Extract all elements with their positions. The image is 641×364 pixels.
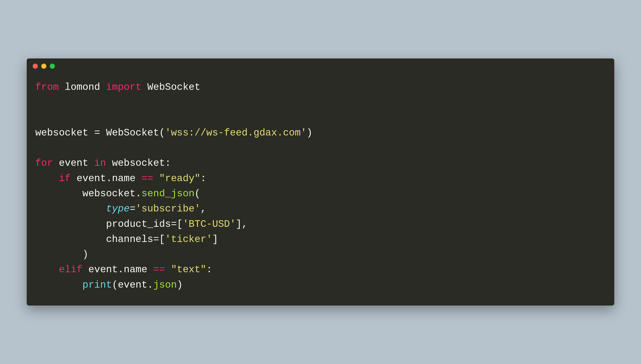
code-line: product_ids=['BTC-USD'],: [35, 219, 248, 230]
code-line: from lomond import WebSocket: [35, 82, 200, 93]
code-line: if event.name == "ready":: [35, 173, 206, 184]
code-line: channels=['ticker']: [35, 234, 218, 245]
code-line: type='subscribe',: [35, 203, 206, 214]
code-line: websocket.send_json(: [35, 188, 200, 199]
code-line: ): [35, 249, 88, 260]
minimize-icon[interactable]: [41, 64, 46, 69]
titlebar: [27, 58, 614, 71]
close-icon[interactable]: [33, 64, 38, 69]
code-line: websocket = WebSocket('wss://ws-feed.gda…: [35, 128, 312, 138]
code-line: print(event.json): [35, 280, 183, 290]
code-area: from lomond import WebSocket websocket =…: [27, 71, 614, 306]
code-line: for event in websocket:: [35, 158, 171, 169]
maximize-icon[interactable]: [50, 64, 55, 69]
code-line: elif event.name == "text":: [35, 264, 212, 275]
code-window: from lomond import WebSocket websocket =…: [27, 58, 614, 306]
